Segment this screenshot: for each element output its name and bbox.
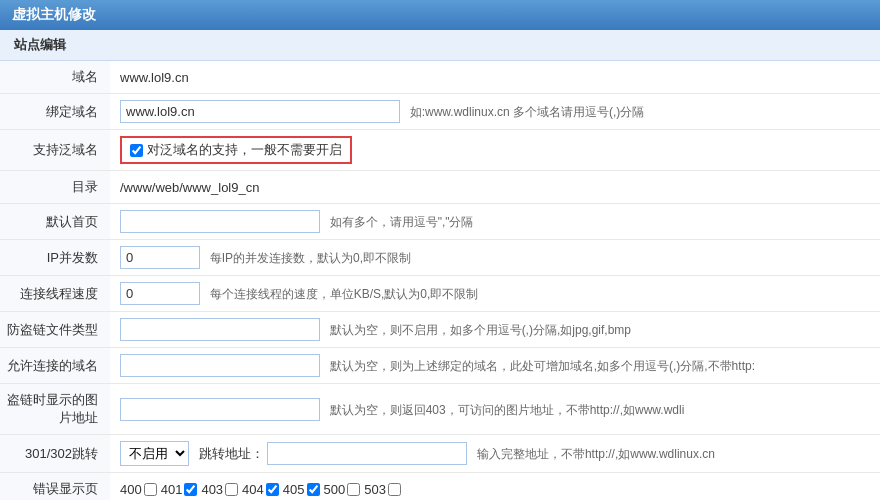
redirect-label: 跳转地址： — [199, 446, 264, 461]
row-allowed-hostname: 允许连接的域名 默认为空，则为上述绑定的域名，此处可增加域名,如多个用逗号(,)… — [0, 348, 880, 384]
label-wildcard: 支持泛域名 — [0, 130, 110, 171]
error-code-405: 405 — [283, 482, 320, 497]
page-wrapper: 虚拟主机修改 站点编辑 域名 www.lol9.cn 绑定域名 如:www.wd… — [0, 0, 880, 500]
row-wildcard: 支持泛域名 对泛域名的支持，一般不需要开启 — [0, 130, 880, 171]
value-homepage: 如有多个，请用逗号","分隔 — [110, 204, 880, 240]
section-label: 站点编辑 — [14, 37, 66, 52]
row-homepage: 默认首页 如有多个，请用逗号","分隔 — [0, 204, 880, 240]
wildcard-checkbox[interactable] — [130, 144, 143, 157]
row-directory: 目录 /www/web/www_lol9_cn — [0, 171, 880, 204]
allowed-hostname-input[interactable] — [120, 354, 320, 377]
row-connection-speed: 连接线程速度 每个连接线程的速度，单位KB/S,默认为0,即不限制 — [0, 276, 880, 312]
title-label: 虚拟主机修改 — [12, 6, 96, 22]
error-code-403-text: 403 — [201, 482, 223, 497]
bind-domain-input[interactable] — [120, 100, 400, 123]
error-code-404-checkbox[interactable] — [266, 483, 279, 496]
value-ip-concurrency: 每IP的并发连接数，默认为0,即不限制 — [110, 240, 880, 276]
label-hotlink-image-url: 盗链时显示的图片地址 — [0, 384, 110, 435]
allowed-hostname-hint: 默认为空，则为上述绑定的域名，此处可增加域名,如多个用逗号(,)分隔,不带htt… — [330, 359, 755, 373]
connection-speed-input[interactable] — [120, 282, 200, 305]
label-homepage: 默认首页 — [0, 204, 110, 240]
ip-concurrency-input[interactable] — [120, 246, 200, 269]
row-domain: 域名 www.lol9.cn — [0, 61, 880, 94]
label-ip-concurrency: IP并发数 — [0, 240, 110, 276]
row-error-pages: 错误显示页 400 401 403 40 — [0, 473, 880, 501]
value-wildcard: 对泛域名的支持，一般不需要开启 — [110, 130, 880, 171]
redirect-select[interactable]: 不启用 301 302 — [120, 441, 189, 466]
value-domain: www.lol9.cn — [110, 61, 880, 94]
wildcard-label: 对泛域名的支持，一般不需要开启 — [147, 141, 342, 159]
value-redirect: 不启用 301 302 跳转地址： 输入完整地址，不带http://,如www.… — [110, 435, 880, 473]
homepage-input[interactable] — [120, 210, 320, 233]
label-connection-speed: 连接线程速度 — [0, 276, 110, 312]
error-code-400: 400 — [120, 482, 157, 497]
error-code-404-text: 404 — [242, 482, 264, 497]
redirect-hint: 输入完整地址，不带http://,如www.wdlinux.cn — [477, 447, 715, 461]
row-redirect: 301/302跳转 不启用 301 302 跳转地址： 输入完整地址，不带htt… — [0, 435, 880, 473]
ip-concurrency-hint: 每IP的并发连接数，默认为0,即不限制 — [210, 251, 411, 265]
title-bar: 虚拟主机修改 — [0, 0, 880, 30]
label-error-pages: 错误显示页 — [0, 473, 110, 501]
error-code-503-checkbox[interactable] — [388, 483, 401, 496]
hotlink-file-type-hint: 默认为空，则不启用，如多个用逗号(,)分隔,如jpg,gif,bmp — [330, 323, 631, 337]
error-code-500-text: 500 — [324, 482, 346, 497]
connection-speed-hint: 每个连接线程的速度，单位KB/S,默认为0,即不限制 — [210, 287, 479, 301]
form-table: 域名 www.lol9.cn 绑定域名 如:www.wdlinux.cn 多个域… — [0, 61, 880, 500]
label-directory: 目录 — [0, 171, 110, 204]
error-code-404: 404 — [242, 482, 279, 497]
error-code-503-text: 503 — [364, 482, 386, 497]
error-code-405-checkbox[interactable] — [307, 483, 320, 496]
row-hotlink-file-type: 防盗链文件类型 默认为空，则不启用，如多个用逗号(,)分隔,如jpg,gif,b… — [0, 312, 880, 348]
row-bind-domain: 绑定域名 如:www.wdlinux.cn 多个域名请用逗号(,)分隔 — [0, 94, 880, 130]
value-bind-domain: 如:www.wdlinux.cn 多个域名请用逗号(,)分隔 — [110, 94, 880, 130]
value-directory: /www/web/www_lol9_cn — [110, 171, 880, 204]
error-code-401-checkbox[interactable] — [184, 483, 197, 496]
wildcard-box: 对泛域名的支持，一般不需要开启 — [120, 136, 352, 164]
label-allowed-hostname: 允许连接的域名 — [0, 348, 110, 384]
homepage-hint: 如有多个，请用逗号","分隔 — [330, 215, 474, 229]
value-connection-speed: 每个连接线程的速度，单位KB/S,默认为0,即不限制 — [110, 276, 880, 312]
row-ip-concurrency: IP并发数 每IP的并发连接数，默认为0,即不限制 — [0, 240, 880, 276]
row-hotlink-image-url: 盗链时显示的图片地址 默认为空，则返回403，可访问的图片地址，不带http:/… — [0, 384, 880, 435]
value-error-pages: 400 401 403 404 — [110, 473, 880, 501]
error-code-400-text: 400 — [120, 482, 142, 497]
error-code-503: 503 — [364, 482, 401, 497]
error-codes-container: 400 401 403 404 — [120, 482, 870, 497]
error-code-500: 500 — [324, 482, 361, 497]
label-hotlink-file-type: 防盗链文件类型 — [0, 312, 110, 348]
bind-domain-hint: 如:www.wdlinux.cn 多个域名请用逗号(,)分隔 — [410, 105, 645, 119]
value-hotlink-image-url: 默认为空，则返回403，可访问的图片地址，不带http://,如www.wdli — [110, 384, 880, 435]
section-header: 站点编辑 — [0, 30, 880, 61]
error-code-401: 401 — [161, 482, 198, 497]
error-code-400-checkbox[interactable] — [144, 483, 157, 496]
domain-value: www.lol9.cn — [120, 70, 189, 85]
error-code-500-checkbox[interactable] — [347, 483, 360, 496]
value-hotlink-file-type: 默认为空，则不启用，如多个用逗号(,)分隔,如jpg,gif,bmp — [110, 312, 880, 348]
error-code-403-checkbox[interactable] — [225, 483, 238, 496]
error-code-405-text: 405 — [283, 482, 305, 497]
label-domain: 域名 — [0, 61, 110, 94]
label-bind-domain: 绑定域名 — [0, 94, 110, 130]
hotlink-image-url-hint: 默认为空，则返回403，可访问的图片地址，不带http://,如www.wdli — [330, 403, 685, 417]
label-redirect: 301/302跳转 — [0, 435, 110, 473]
error-code-401-text: 401 — [161, 482, 183, 497]
hotlink-file-type-input[interactable] — [120, 318, 320, 341]
hotlink-image-url-input[interactable] — [120, 398, 320, 421]
directory-value: /www/web/www_lol9_cn — [120, 180, 259, 195]
redirect-url-input[interactable] — [267, 442, 467, 465]
error-code-403: 403 — [201, 482, 238, 497]
value-allowed-hostname: 默认为空，则为上述绑定的域名，此处可增加域名,如多个用逗号(,)分隔,不带htt… — [110, 348, 880, 384]
